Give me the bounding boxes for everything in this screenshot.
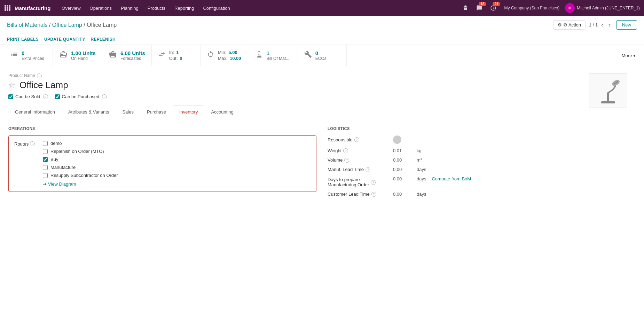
view-diagram-link[interactable]: ➜ View Diagram bbox=[43, 181, 311, 187]
breadcrumb-bom[interactable]: Bills of Materials bbox=[7, 22, 47, 28]
bug-icon[interactable] bbox=[460, 2, 471, 14]
routes-label-text: Routes bbox=[14, 141, 29, 147]
activities-icon[interactable]: 21 bbox=[488, 2, 499, 14]
forecast-icon bbox=[109, 50, 117, 61]
form-header: Product Name ? ☆ Office Lamp Can be Sold… bbox=[8, 73, 636, 99]
volume-help[interactable]: ? bbox=[344, 158, 349, 163]
breadcrumb-bar: Bills of Materials / Office Lamp / Offic… bbox=[0, 16, 644, 34]
ecos-stat[interactable]: 0 ECOs bbox=[298, 45, 347, 66]
record-nav: 1 / 1 ‹ › bbox=[589, 21, 613, 30]
inventory-tab-content: OPERATIONS Routes ? demo bbox=[8, 118, 636, 209]
nav-configuration[interactable]: Configuration bbox=[199, 4, 233, 12]
can-be-purchased-help[interactable]: ? bbox=[102, 94, 107, 99]
route-resupply[interactable]: Resupply Subcontractor on Order bbox=[43, 173, 118, 178]
next-record-button[interactable]: › bbox=[607, 21, 613, 30]
forecasted-label: Forecasted bbox=[120, 56, 145, 61]
manuf-lead-row: Manuf. Lead Time ? 0.00 days bbox=[328, 167, 636, 172]
update-quantity-link[interactable]: UPDATE QUANTITY bbox=[44, 37, 85, 42]
tab-general[interactable]: General Information bbox=[8, 106, 62, 118]
compute-from-bom-link[interactable]: Compute from BoM bbox=[432, 176, 471, 181]
messages-icon[interactable]: 18 bbox=[474, 2, 485, 14]
prev-record-button[interactable]: ‹ bbox=[599, 21, 605, 30]
tab-sales[interactable]: Sales bbox=[116, 106, 140, 118]
route-demo-checkbox[interactable] bbox=[43, 141, 48, 146]
forecasted-stat[interactable]: 6.00 Units Forecasted bbox=[102, 45, 152, 66]
manuf-lead-help[interactable]: ? bbox=[366, 167, 370, 172]
record-count: 1 / 1 bbox=[589, 22, 598, 28]
can-be-purchased-input[interactable] bbox=[55, 94, 60, 99]
breadcrumb-product[interactable]: Office Lamp bbox=[52, 22, 82, 28]
in-out-stat[interactable]: In: 1 Out: 0 bbox=[152, 45, 201, 66]
flask-icon bbox=[256, 50, 263, 60]
logistics-section: LOGISTICS Responsible ? Weight ? bbox=[328, 126, 636, 201]
weight-value: 0.01 bbox=[393, 148, 414, 153]
responsible-help[interactable]: ? bbox=[354, 137, 359, 142]
max-val: 10.00 bbox=[230, 56, 241, 61]
min-max-stat[interactable]: Min: 5.00 Max: 10.00 bbox=[201, 45, 249, 66]
nav-operations[interactable]: Operations bbox=[86, 4, 116, 12]
route-mto[interactable]: Replenish on Order (MTO) bbox=[43, 149, 118, 154]
ecos-label: ECOs bbox=[315, 56, 327, 61]
can-be-purchased-checkbox[interactable]: Can be Purchased ? bbox=[55, 94, 107, 99]
tab-accounting[interactable]: Accounting bbox=[204, 106, 240, 118]
more-button[interactable]: More ▾ bbox=[618, 45, 640, 66]
app-grid-icon[interactable] bbox=[4, 5, 10, 12]
can-be-sold-checkbox[interactable]: Can be Sold ? bbox=[8, 94, 48, 99]
days-prepare-help[interactable]: ? bbox=[371, 180, 376, 185]
route-mto-label: Replenish on Order (MTO) bbox=[50, 149, 104, 154]
customer-lead-row: Customer Lead Time ? 0.00 days bbox=[328, 192, 636, 197]
nav-overview[interactable]: Overview bbox=[58, 4, 84, 12]
reorder-icon bbox=[207, 50, 214, 60]
product-image[interactable] bbox=[589, 73, 627, 108]
route-manufacture[interactable]: Manufacture bbox=[43, 165, 118, 170]
action-button[interactable]: ⚙ ⚙ Action bbox=[553, 20, 586, 30]
route-demo-label: demo bbox=[50, 141, 62, 146]
user-menu[interactable]: M Mitchell Admin (JUNE_ENTER_1) bbox=[565, 3, 640, 13]
route-buy-checkbox[interactable] bbox=[43, 157, 48, 162]
days-prepare-unit: days bbox=[417, 176, 426, 181]
max-label: Max: bbox=[218, 56, 228, 61]
bom-stat[interactable]: 1 Bill Of Mat... bbox=[249, 45, 298, 66]
product-name-help[interactable]: ? bbox=[37, 73, 42, 78]
nav-products[interactable]: Products bbox=[144, 4, 169, 12]
route-buy[interactable]: Buy bbox=[43, 157, 118, 162]
nav-reporting[interactable]: Reporting bbox=[171, 4, 197, 12]
weight-help[interactable]: ? bbox=[343, 148, 348, 153]
out-label: Out: bbox=[169, 56, 178, 61]
nav-planning[interactable]: Planning bbox=[117, 4, 142, 12]
company-label: My Company (San Francisco) bbox=[504, 6, 560, 10]
routes-help[interactable]: ? bbox=[30, 141, 35, 146]
can-be-sold-input[interactable] bbox=[8, 94, 13, 99]
replenish-link[interactable]: REPLENISH bbox=[91, 37, 116, 42]
svg-rect-8 bbox=[9, 9, 10, 11]
extra-prices-stat[interactable]: 0 Extra Prices bbox=[4, 45, 53, 66]
can-be-sold-help[interactable]: ? bbox=[43, 94, 48, 99]
routes-section: Routes ? demo Replenish on Or bbox=[14, 141, 311, 178]
svg-rect-0 bbox=[5, 5, 6, 7]
route-demo[interactable]: demo bbox=[43, 141, 118, 146]
new-button[interactable]: New bbox=[616, 20, 637, 30]
min-label: Min: bbox=[218, 50, 227, 55]
action-label: ⚙ Action bbox=[563, 22, 581, 28]
route-manufacture-checkbox[interactable] bbox=[43, 165, 48, 170]
route-mto-checkbox[interactable] bbox=[43, 149, 48, 154]
forecasted-count: 6.00 Units bbox=[120, 50, 145, 56]
svg-rect-3 bbox=[5, 7, 6, 9]
responsible-label: Responsible bbox=[328, 137, 353, 142]
weight-unit: kg bbox=[417, 148, 422, 153]
print-labels-link[interactable]: PRINT LABELS bbox=[7, 37, 39, 42]
route-resupply-checkbox[interactable] bbox=[43, 173, 48, 178]
customer-lead-help[interactable]: ? bbox=[371, 192, 376, 197]
action-bar: PRINT LABELS UPDATE QUANTITY REPLENISH bbox=[0, 34, 644, 45]
arrow-right-icon: ➜ bbox=[43, 181, 47, 187]
tab-inventory[interactable]: Inventory bbox=[173, 106, 204, 118]
tab-purchase[interactable]: Purchase bbox=[140, 106, 173, 118]
days-prepare-value: 0.00 bbox=[393, 176, 414, 181]
app-name: Manufacturing bbox=[15, 5, 50, 11]
breadcrumb: Bills of Materials / Office Lamp / Offic… bbox=[7, 22, 553, 28]
route-buy-label: Buy bbox=[50, 157, 58, 162]
favorite-star[interactable]: ☆ bbox=[8, 81, 15, 90]
on-hand-stat[interactable]: 1.00 Units On Hand bbox=[53, 45, 102, 66]
tab-attributes[interactable]: Attributes & Variants bbox=[62, 106, 116, 118]
box-icon bbox=[59, 50, 68, 61]
